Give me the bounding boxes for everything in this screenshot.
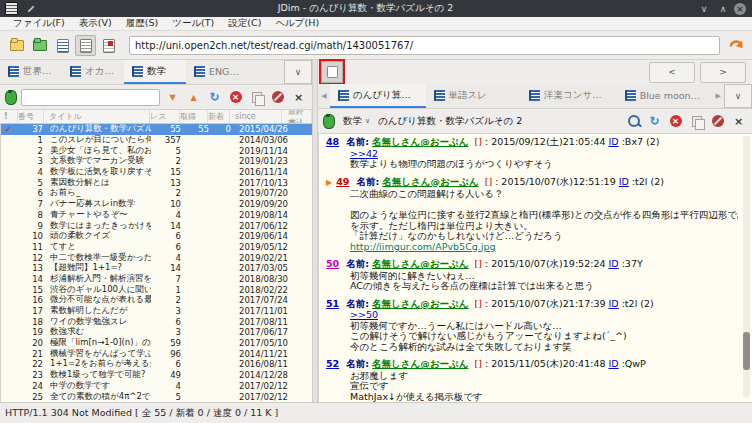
thread-tab-list-button[interactable]: ∨	[724, 84, 752, 108]
search-button[interactable]	[625, 113, 642, 130]
chevron-down-icon: ∨	[365, 117, 370, 125]
menu-item[interactable]: 表示(V)	[72, 17, 119, 30]
post-author-link[interactable]: 名無しさん@おーぷん	[372, 298, 468, 309]
post-text-line: お邪魔します	[350, 371, 738, 382]
post-text-line: 初等幾何ですか…うーん私にはハードル高いな…	[350, 321, 738, 332]
thread-tab-label: Blue moonston…	[640, 90, 705, 101]
unshade-window-button[interactable]: ∧	[715, 2, 731, 15]
tab-scroll-left-button[interactable]: ◀	[318, 84, 330, 108]
search-icon	[628, 115, 640, 127]
anchor-link[interactable]: >>42	[350, 149, 738, 160]
board-tab[interactable]: 数学	[124, 60, 186, 84]
menu-item[interactable]: 履歴(S)	[119, 17, 165, 30]
post-number-link[interactable]: 49	[336, 176, 349, 187]
post-id-link[interactable]: ID	[609, 358, 619, 369]
board-tab-list-button[interactable]: ∨	[284, 60, 312, 84]
menu-item[interactable]: 設定(C)	[221, 17, 268, 30]
row-res-count: 5	[151, 146, 181, 156]
menu-item[interactable]: ファイル(F)	[6, 17, 72, 30]
post-id-link[interactable]: ID	[609, 298, 619, 309]
next-view-button[interactable]: >	[700, 62, 746, 83]
close-board-button[interactable]: ×	[290, 89, 307, 106]
prev-view-button[interactable]: <	[649, 62, 695, 83]
post-text-line: 図のような単位円に接する並行2直線と楕円(標準形)との交点が作る四角形は平行四辺…	[350, 210, 738, 221]
thread-tab[interactable]: 洋楽コンサートスレ	[521, 84, 617, 108]
board-filter-input[interactable]	[21, 89, 160, 106]
url-link[interactable]: http://iimgur.com/APvb5Cg.jpg	[350, 242, 738, 253]
thread-tab[interactable]: のんびり算数…	[330, 84, 426, 108]
post-mail: []	[474, 136, 481, 147]
board-select[interactable]: 数学 ∨	[339, 115, 374, 128]
shade-window-button[interactable]: ∨	[696, 2, 712, 15]
row-number: 1	[19, 135, 45, 145]
row-res-count: 1	[151, 285, 181, 295]
reload-board-button[interactable]: ↻	[206, 89, 223, 106]
row-number: 6	[19, 188, 45, 198]
board-tab-label: ENGLISH	[209, 66, 240, 77]
scrollbar-track[interactable]	[743, 136, 750, 398]
boardlist-button[interactable]	[6, 35, 27, 56]
post-author-link[interactable]: 名無しさん@おーぷん	[372, 136, 468, 147]
thread-title: のんびり算数・数学パズルその 2	[378, 115, 522, 128]
new-post-marker-icon: ▶	[326, 178, 332, 187]
board-table-header: !番号タイトルレス取得新着since最終書込	[0, 110, 312, 124]
image-view-button[interactable]	[98, 35, 119, 56]
delete-log-button[interactable]	[269, 89, 286, 106]
row-number: 22	[19, 359, 45, 369]
thread-tab[interactable]: Blue moonston…	[617, 84, 713, 108]
post-id-link[interactable]: ID	[619, 176, 629, 187]
row-new-count: 0	[209, 124, 231, 134]
row-since-date: 2019/08/14	[231, 210, 283, 220]
scrollbar-thumb[interactable]	[743, 332, 750, 370]
stop-load-button[interactable]: ×	[227, 89, 244, 106]
reload-thread-button[interactable]: ↻	[646, 113, 663, 130]
menu-item[interactable]: ヘルプ(H)	[268, 17, 326, 30]
favorites-button[interactable]	[29, 35, 50, 56]
stop-load-button[interactable]: ×	[667, 113, 684, 130]
post-author-link[interactable]: 名無しさん@おーぷん	[372, 358, 468, 369]
column-header[interactable]: レス	[150, 110, 180, 123]
column-header[interactable]: since	[230, 110, 282, 123]
post-mail: []	[485, 176, 492, 187]
statusbar: HTTP/1.1 304 Not Modified [ 全 55 / 新着 0 …	[0, 402, 752, 423]
post-author-link[interactable]: 名無しさん@おーぷん	[382, 176, 478, 187]
post-number-link[interactable]: 50	[326, 258, 339, 269]
row-res-count: 6	[151, 231, 181, 241]
column-header[interactable]: タイトル	[44, 110, 150, 123]
close-thread-button[interactable]: ×	[730, 113, 747, 130]
table-row[interactable]: 25 全ての素数の積が4π^2で 5 2017/02/12	[1, 391, 312, 402]
post-id-link[interactable]: ID	[609, 258, 619, 269]
post-number-link[interactable]: 51	[326, 298, 339, 309]
post-id-link[interactable]: ID	[609, 136, 619, 147]
favorite-bug-icon[interactable]	[323, 114, 335, 129]
tab-scroll-right-button[interactable]: ▶	[712, 84, 724, 108]
menu-item[interactable]: ツール(T)	[165, 17, 221, 30]
anchor-link[interactable]: >>50	[350, 310, 738, 321]
column-header[interactable]: 番号	[18, 110, 44, 123]
board-tab[interactable]: ENGLISH	[186, 60, 248, 84]
copy-button[interactable]	[248, 89, 265, 106]
column-header[interactable]: 取得	[180, 110, 208, 123]
board-view-button[interactable]	[52, 35, 73, 56]
post-number-link[interactable]: 52	[326, 358, 339, 369]
thread-view-button[interactable]	[75, 35, 96, 56]
search-up-button[interactable]: ▲	[185, 89, 202, 106]
open-url-button[interactable]	[726, 36, 746, 56]
delete-log-button[interactable]	[709, 113, 726, 130]
sidebar-toggle-button-highlighted[interactable]	[321, 61, 343, 83]
search-down-button[interactable]: ▼	[164, 89, 181, 106]
board-tab[interactable]: 世界遺産	[0, 60, 62, 84]
column-header[interactable]: 最終書込	[282, 110, 312, 123]
url-input[interactable]	[129, 36, 720, 55]
column-header[interactable]: 新着	[208, 110, 230, 123]
thread-topbar: < >	[318, 60, 752, 84]
copy-button[interactable]	[688, 113, 705, 130]
post-number-link[interactable]: 48	[326, 136, 339, 147]
thread-panel: < > ◀ ▶ ∨ のんびり算数… 単語スレ 洋楽コンサートスレ Blue mo…	[318, 60, 752, 402]
board-tab[interactable]: オカルト	[62, 60, 124, 84]
thread-tab[interactable]: 単語スレ	[426, 84, 522, 108]
favorite-bug-icon[interactable]	[5, 90, 17, 105]
post-author-link[interactable]: 名無しさん@おーぷん	[372, 258, 468, 269]
column-header[interactable]: !	[0, 110, 18, 123]
close-window-button[interactable]: ×	[734, 3, 746, 15]
